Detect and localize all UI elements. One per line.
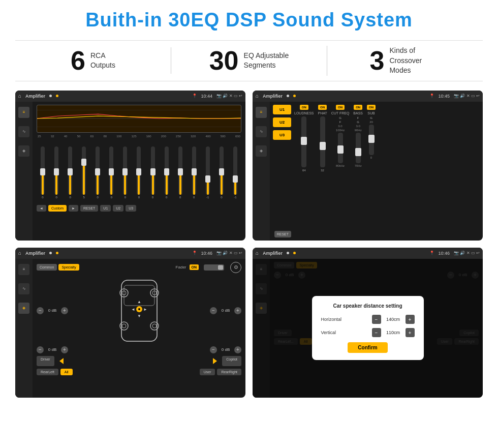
eq-slider-thumb-14 bbox=[233, 175, 238, 183]
fader-label: Fader bbox=[176, 265, 186, 270]
common-mode-btn[interactable]: Common bbox=[37, 264, 57, 271]
eq-slider-track-14[interactable] bbox=[233, 146, 237, 195]
eq-slider-col-12: -1 bbox=[202, 146, 214, 199]
eq-slider-track-6[interactable] bbox=[123, 146, 127, 195]
db-plus-br[interactable]: + bbox=[234, 346, 241, 353]
cutfreq-toggle[interactable]: ON bbox=[336, 105, 345, 110]
preset-u2-btn[interactable]: U2 bbox=[273, 117, 291, 127]
fader-sidebar-eq-btn[interactable]: ≡ bbox=[18, 264, 29, 275]
settings-icon[interactable]: ⚙ bbox=[230, 262, 241, 273]
phat-slider[interactable] bbox=[320, 116, 325, 167]
db-minus-tl[interactable]: − bbox=[37, 307, 44, 314]
crossover-reset-btn[interactable]: RESET bbox=[274, 231, 291, 237]
crossover-phat: ON PHAT 32 bbox=[318, 105, 327, 237]
eq-slider-col-8: 0 bbox=[147, 146, 159, 199]
fader-on-badge[interactable]: ON bbox=[190, 264, 199, 270]
right-arrow-btn[interactable] bbox=[210, 356, 220, 366]
eq-sidebar-wave-btn[interactable]: ∿ bbox=[18, 126, 29, 137]
eq-slider-track-11[interactable] bbox=[192, 146, 196, 195]
vertical-plus-btn[interactable]: + bbox=[406, 328, 415, 337]
fader-sidebar-wave-btn[interactable]: ∿ bbox=[18, 283, 29, 294]
horizontal-minus-btn[interactable]: − bbox=[372, 315, 381, 324]
loudness-toggle[interactable]: ON bbox=[300, 105, 308, 110]
eq-slider-track-9[interactable] bbox=[165, 146, 169, 195]
eq-slider-val-10: 0 bbox=[179, 196, 181, 199]
eq-slider-fill-3 bbox=[83, 161, 85, 195]
main-title: Buith-in 30EQ DSP Sound System bbox=[15, 9, 483, 31]
db-plus-tr[interactable]: + bbox=[234, 307, 241, 314]
eq-prev-btn[interactable]: ◄ bbox=[37, 205, 46, 212]
sub-slider[interactable] bbox=[369, 125, 374, 155]
fader-row1: − 0 dB + bbox=[37, 278, 241, 344]
eq-play-btn[interactable]: ► bbox=[69, 205, 78, 212]
vertical-minus-btn[interactable]: − bbox=[372, 328, 381, 337]
user-btn[interactable]: User bbox=[200, 369, 215, 375]
eq-slider-track-7[interactable] bbox=[137, 146, 141, 195]
crossover-sidebar-eq-btn[interactable]: ≡ bbox=[256, 107, 267, 118]
db-control-br: − 0 dB + bbox=[210, 346, 241, 353]
rearleft-btn[interactable]: RearLeft bbox=[37, 369, 58, 375]
db-control-tl: − 0 dB + bbox=[37, 307, 68, 314]
eq-sidebar-eq-btn[interactable]: ≡ bbox=[18, 107, 29, 118]
db-plus-bl[interactable]: + bbox=[61, 346, 68, 353]
loudness-val: 64 bbox=[302, 169, 306, 172]
eq-sidebar-speaker-btn[interactable]: ◈ bbox=[18, 145, 29, 157]
fader-time: 10:46 bbox=[201, 251, 213, 256]
cutfreq-slider[interactable] bbox=[338, 133, 343, 163]
eq-slider-track-4[interactable] bbox=[96, 146, 100, 195]
eq-slider-thumb-1 bbox=[54, 168, 59, 175]
eq-slider-track-3[interactable] bbox=[82, 146, 86, 195]
eq-reset-btn[interactable]: RESET bbox=[80, 205, 98, 212]
db-minus-bl[interactable]: − bbox=[37, 346, 44, 353]
all-btn[interactable]: All bbox=[60, 369, 73, 375]
eq-slider-val-1: 0 bbox=[55, 196, 57, 199]
loudness-slider[interactable] bbox=[301, 116, 306, 167]
crossover-sidebar-wave-btn[interactable]: ∿ bbox=[256, 126, 267, 137]
db-minus-tr[interactable]: − bbox=[210, 307, 217, 314]
driver-btn[interactable]: Driver bbox=[37, 356, 54, 366]
fader-mode-btns: Common Specialty bbox=[37, 264, 79, 271]
eq-custom-btn[interactable]: Custom bbox=[48, 205, 67, 212]
eq-slider-track-5[interactable] bbox=[109, 146, 113, 195]
eq-slider-track-0[interactable] bbox=[41, 146, 45, 195]
preset-u1-btn[interactable]: U1 bbox=[273, 105, 291, 114]
eq-u2-btn[interactable]: U2 bbox=[113, 205, 123, 212]
eq-slider-track-10[interactable] bbox=[178, 146, 182, 195]
crossover-sidebar-speaker-btn[interactable]: ◈ bbox=[256, 145, 267, 157]
stat-desc-rca: RCA Outputs bbox=[90, 51, 115, 71]
bass-toggle[interactable]: ON bbox=[354, 105, 362, 110]
status-dot-6 bbox=[56, 252, 58, 254]
bass-slider[interactable] bbox=[356, 133, 361, 163]
horizontal-label: Horizontal bbox=[321, 317, 372, 322]
eq-slider-track-8[interactable] bbox=[151, 146, 155, 195]
eq-slider-track-2[interactable] bbox=[68, 146, 72, 195]
copilot-btn[interactable]: Copilot bbox=[222, 356, 241, 366]
eq-slider-col-14: -1 bbox=[229, 146, 241, 199]
confirm-button[interactable]: Confirm bbox=[348, 342, 387, 353]
fader-sidebar-speaker-btn[interactable]: ◈ bbox=[18, 303, 29, 314]
eq-sidebar: ≡ ∿ ◈ bbox=[15, 102, 33, 241]
db-minus-br[interactable]: − bbox=[210, 346, 217, 353]
fader-panel-title: Amplifier bbox=[25, 251, 45, 256]
crossover-main: U1 U2 U3 RESET ON LOUDNESS bbox=[270, 102, 483, 241]
eq-time: 10:44 bbox=[201, 94, 213, 99]
eq-slider-track-13[interactable] bbox=[220, 146, 224, 195]
loudness-label: LOUDNESS bbox=[294, 111, 314, 115]
stat-rca: 6 RCA Outputs bbox=[15, 47, 171, 74]
phat-toggle[interactable]: ON bbox=[318, 105, 327, 110]
eq-slider-track-12[interactable] bbox=[206, 146, 210, 195]
crossover-screenshot-panel: Amplifier 📍 10:45 📷 🔊 ✕ ▭ ↩ ≡ ∿ ◈ U1 U2 bbox=[253, 91, 483, 241]
db-plus-tl[interactable]: + bbox=[61, 307, 68, 314]
fader-bottom-btns-2: RearLeft All User RearRight bbox=[37, 369, 241, 375]
eq-u1-btn[interactable]: U1 bbox=[100, 205, 111, 212]
horizontal-plus-btn[interactable]: + bbox=[406, 315, 415, 324]
preset-u3-btn[interactable]: U3 bbox=[273, 130, 291, 140]
left-arrow-btn[interactable] bbox=[56, 356, 67, 366]
rearright-btn[interactable]: RearRight bbox=[217, 369, 241, 375]
home-icon bbox=[18, 93, 21, 99]
sub-toggle[interactable]: ON bbox=[367, 105, 376, 110]
specialty-mode-btn[interactable]: Specialty bbox=[58, 264, 79, 271]
eq-slider-track-1[interactable] bbox=[54, 146, 58, 195]
stat-desc-eq: EQ Adjustable Segments bbox=[244, 51, 289, 71]
eq-u3-btn[interactable]: U3 bbox=[126, 205, 136, 212]
